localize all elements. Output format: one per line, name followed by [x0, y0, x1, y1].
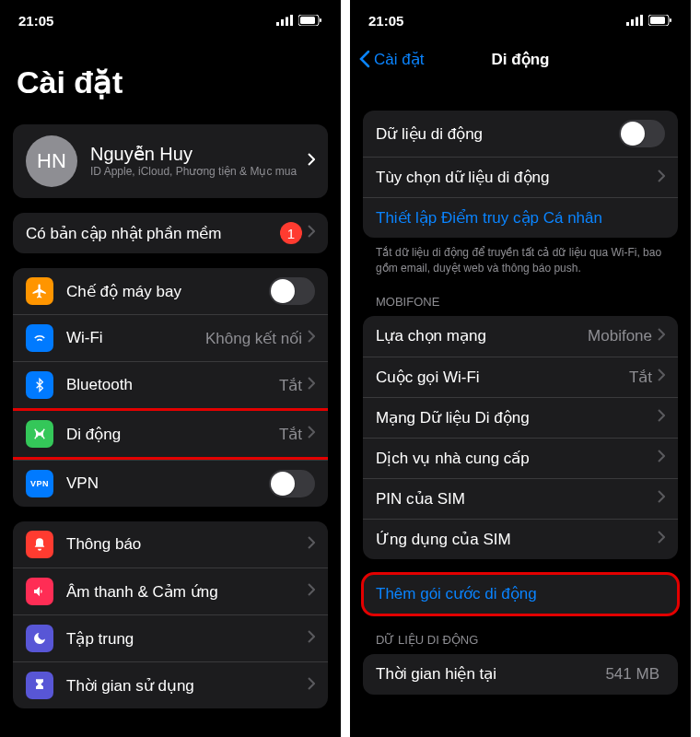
addplan-label: Thêm gói cước di động [376, 584, 665, 603]
statusbar: 21:05 [350, 0, 691, 41]
bluetooth-row[interactable]: Bluetooth Tắt [13, 361, 328, 408]
chevron-right-icon [308, 376, 315, 394]
simpin-row[interactable]: PIN của SIM [363, 478, 678, 519]
screentime-row[interactable]: Thời gian sử dụng [13, 661, 328, 708]
svg-rect-9 [631, 19, 634, 26]
cellular-data-row[interactable]: Dữ liệu di động [363, 111, 678, 157]
status-time: 21:05 [18, 13, 53, 29]
cellular-data-label: Dữ liệu di động [376, 124, 619, 144]
svg-rect-5 [300, 17, 315, 24]
focus-row[interactable]: Tập trung [13, 614, 328, 661]
svg-rect-2 [286, 18, 288, 27]
chevron-right-icon [658, 530, 665, 548]
software-update-row[interactable]: Có bản cập nhật phần mềm 1 [13, 213, 328, 253]
chevron-right-icon [658, 327, 665, 345]
airplane-row[interactable]: Chế độ máy bay [13, 268, 328, 314]
addplan-row[interactable]: Thêm gói cước di động [363, 574, 678, 614]
wificall-value: Tắt [629, 368, 652, 387]
bluetooth-icon [26, 371, 53, 399]
chevron-right-icon [658, 169, 665, 187]
bluetooth-label: Bluetooth [66, 376, 279, 394]
svg-rect-0 [276, 22, 279, 26]
data-footer: Tắt dữ liệu di động để truyền tất cả dữ … [350, 238, 691, 276]
back-label: Cài đặt [374, 50, 424, 69]
cellular-label: Di động [66, 425, 279, 444]
statusbar: 21:05 [0, 0, 341, 41]
network-row[interactable]: Lựa chọn mạng Mobifone [363, 316, 678, 357]
status-right [626, 15, 672, 26]
airplane-toggle[interactable] [269, 277, 315, 305]
cellular-data-toggle[interactable] [619, 120, 665, 147]
general-group: Thông báo Âm thanh & Cảm ứng Tập trung T… [13, 521, 328, 708]
wifi-icon [26, 324, 53, 352]
chevron-right-icon [308, 329, 315, 347]
wifi-value: Không kết nối [205, 329, 302, 348]
addplan-group: Thêm gói cước di động [363, 574, 678, 614]
carrier-group: Lựa chọn mạng Mobifone Cuộc gọi Wi-Fi Tắ… [363, 316, 678, 559]
services-label: Dịch vụ nhà cung cấp [376, 449, 658, 468]
chevron-right-icon [308, 535, 315, 554]
wificall-label: Cuộc gọi Wi-Fi [376, 368, 629, 387]
usage-group: Thời gian hiện tại 541 MB [363, 654, 678, 695]
simapp-row[interactable]: Ứng dụng của SIM [363, 519, 678, 559]
notifications-row[interactable]: Thông báo [13, 521, 328, 567]
profile-row[interactable]: HN Nguyễn Huy ID Apple, iCloud, Phương t… [13, 124, 328, 198]
chevron-right-icon [308, 425, 315, 443]
vpn-toggle[interactable] [269, 470, 315, 497]
avatar: HN [26, 135, 77, 187]
status-right [276, 15, 322, 26]
navbar: Cài đặt Di động [350, 41, 691, 77]
current-period-row[interactable]: Thời gian hiện tại 541 MB [363, 654, 678, 695]
chevron-right-icon [308, 153, 315, 170]
sound-label: Âm thanh & Cảm ứng [66, 582, 308, 602]
datanet-label: Mạng Dữ liệu Di động [376, 408, 658, 427]
sound-row[interactable]: Âm thanh & Cảm ứng [13, 567, 328, 614]
simpin-label: PIN của SIM [376, 489, 658, 509]
chevron-right-icon [658, 449, 665, 467]
chevron-right-icon [658, 408, 665, 427]
svg-rect-11 [640, 15, 643, 26]
screentime-label: Thời gian sử dụng [66, 676, 308, 696]
bluetooth-value: Tắt [279, 376, 302, 395]
data-group: Dữ liệu di động Tùy chọn dữ liệu di động… [363, 111, 678, 238]
profile-sub: ID Apple, iCloud, Phương tiện & Mục mua [90, 165, 308, 180]
update-label: Có bản cập nhật phần mềm [26, 224, 280, 243]
chevron-right-icon [658, 489, 665, 508]
airplane-icon [26, 277, 53, 305]
chevron-right-icon [658, 368, 665, 386]
update-group: Có bản cập nhật phần mềm 1 [13, 213, 328, 253]
svg-rect-8 [626, 22, 629, 26]
cellular-icon [26, 420, 53, 448]
chevron-right-icon [308, 582, 315, 601]
vpn-row[interactable]: VPN VPN [13, 460, 328, 507]
back-button[interactable]: Cài đặt [359, 50, 424, 69]
battery-icon [298, 15, 322, 26]
network-group: Chế độ máy bay Wi-Fi Không kết nối Bluet… [13, 268, 328, 507]
chevron-right-icon [308, 224, 315, 242]
data-options-row[interactable]: Tùy chọn dữ liệu di động [363, 157, 678, 197]
chevron-left-icon [359, 50, 370, 68]
svg-point-7 [39, 433, 41, 435]
battery-icon [648, 15, 672, 26]
hotspot-row[interactable]: Thiết lập Điểm truy cập Cá nhân [363, 197, 678, 238]
phone-right: 21:05 Cài đặt Di động Dữ liệu di động Tù… [350, 0, 691, 737]
svg-rect-6 [320, 18, 321, 22]
wificall-row[interactable]: Cuộc gọi Wi-Fi Tắt [363, 357, 678, 397]
wifi-row[interactable]: Wi-Fi Không kết nối [13, 314, 328, 361]
vpn-icon: VPN [26, 470, 53, 497]
airplane-label: Chế độ máy bay [66, 282, 269, 301]
cellular-row[interactable]: Di động Tắt [13, 411, 328, 457]
services-row[interactable]: Dịch vụ nhà cung cấp [363, 438, 678, 478]
datanet-row[interactable]: Mạng Dữ liệu Di động [363, 397, 678, 438]
page-title: Cài đặt [0, 41, 341, 110]
carrier-header: MOBIFONE [350, 276, 691, 312]
svg-rect-13 [650, 17, 665, 24]
chevron-right-icon [308, 629, 315, 648]
vpn-label: VPN [66, 474, 269, 493]
hourglass-icon [26, 672, 53, 699]
moon-icon [26, 625, 53, 652]
data-options-label: Tùy chọn dữ liệu di động [376, 168, 658, 187]
current-period-value: 541 MB [605, 665, 659, 684]
svg-rect-14 [670, 18, 671, 22]
phone-left: 21:05 Cài đặt HN Nguyễn Huy ID Apple, iC… [0, 0, 341, 737]
